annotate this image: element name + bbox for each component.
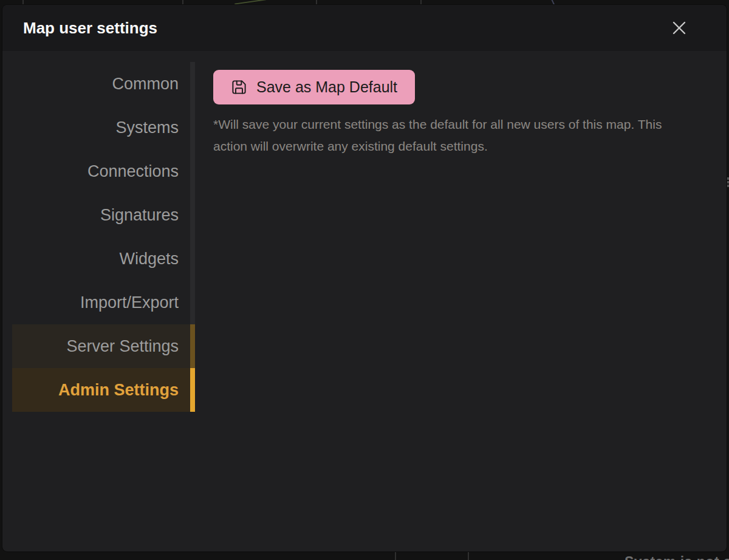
- save-default-note: *Will save your current settings as the …: [213, 114, 696, 157]
- bg-map-connection: [234, 0, 266, 5]
- sidebar-item-indicator: [190, 62, 195, 106]
- sidebar-item-signatures[interactable]: Signatures: [12, 193, 195, 237]
- sidebar-item-label: Import/Export: [80, 293, 179, 312]
- sidebar-item-widgets[interactable]: Widgets: [12, 237, 195, 281]
- sidebar-item-indicator: [190, 368, 195, 412]
- admin-settings-panel: Save as Map Default *Will save your curr…: [195, 51, 727, 551]
- dialog-content: CommonSystemsConnectionsSignaturesWidget…: [2, 51, 727, 551]
- sidebar-item-import-export[interactable]: Import/Export: [12, 281, 195, 324]
- sidebar-item-indicator: [190, 193, 195, 237]
- sidebar-item-indicator: [190, 324, 195, 368]
- bg-line: [22, 0, 24, 5]
- save-as-map-default-button[interactable]: Save as Map Default: [213, 70, 415, 104]
- sidebar-item-label: Common: [112, 75, 179, 94]
- bg-line: [316, 0, 317, 5]
- sidebar-item-indicator: [190, 237, 195, 281]
- bg-line: [395, 551, 396, 560]
- floppy-disk-icon: [231, 79, 247, 95]
- sidebar-item-indicator: [190, 149, 195, 193]
- sidebar-item-label: Systems: [115, 118, 179, 137]
- sidebar-item-admin-settings[interactable]: Admin Settings: [12, 368, 195, 412]
- sidebar-item-indicator: [190, 281, 195, 324]
- sidebar-item-label: Signatures: [100, 206, 179, 225]
- bg-line: [182, 0, 183, 5]
- sidebar-item-systems[interactable]: Systems: [12, 106, 195, 149]
- sidebar-item-label: Widgets: [119, 250, 179, 268]
- bg-line: [420, 0, 422, 5]
- settings-sidebar: CommonSystemsConnectionsSignaturesWidget…: [2, 51, 195, 551]
- bg-bottom-text: System is not selected: [625, 554, 729, 560]
- close-icon: [670, 19, 688, 37]
- sidebar-item-connections[interactable]: Connections: [12, 149, 195, 193]
- sidebar-item-server-settings[interactable]: Server Settings: [12, 324, 195, 368]
- save-button-label: Save as Map Default: [256, 78, 397, 96]
- map-user-settings-dialog: Map user settings CommonSystemsConnectio…: [2, 5, 727, 551]
- sidebar-item-indicator: [190, 106, 195, 149]
- dialog-title: Map user settings: [23, 19, 668, 38]
- dialog-header: Map user settings: [2, 5, 727, 51]
- sidebar-item-common[interactable]: Common: [12, 62, 195, 106]
- sidebar-item-label: Connections: [87, 162, 179, 181]
- bg-line: [468, 551, 469, 560]
- close-button[interactable]: [668, 17, 690, 39]
- sidebar-item-label: Server Settings: [66, 337, 179, 356]
- sidebar-item-label: Admin Settings: [58, 381, 179, 400]
- settings-menu: CommonSystemsConnectionsSignaturesWidget…: [12, 62, 195, 412]
